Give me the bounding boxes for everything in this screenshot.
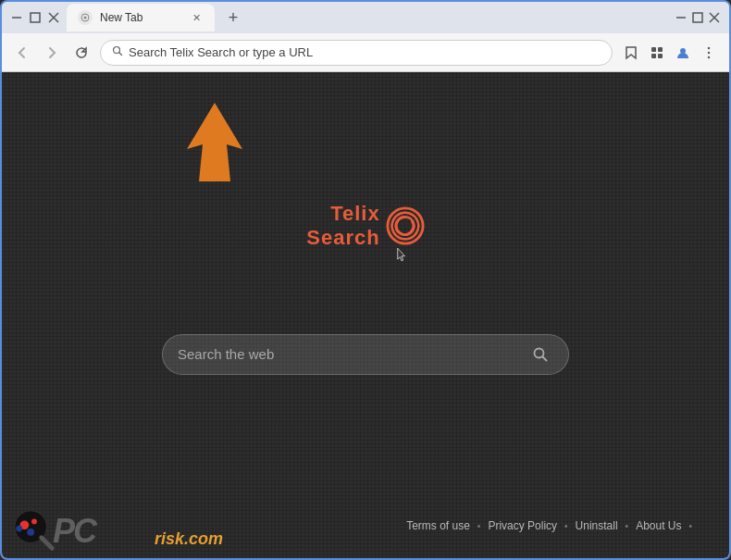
dot-2: • xyxy=(564,521,568,531)
toolbar-icons xyxy=(620,42,720,64)
browser-window: New Tab ✕ + xyxy=(0,0,731,560)
maximize-button[interactable] xyxy=(28,10,43,25)
svg-point-5 xyxy=(84,17,87,19)
svg-rect-13 xyxy=(651,47,656,52)
menu-icon[interactable] xyxy=(698,42,720,64)
logo-container: Telix Search xyxy=(306,202,424,251)
svg-line-11 xyxy=(119,53,122,56)
svg-rect-1 xyxy=(31,13,40,22)
svg-point-29 xyxy=(16,526,22,532)
url-text: Search Telix Search or type a URL xyxy=(129,45,601,59)
pcrisk-text: PC xyxy=(53,512,95,551)
terms-link[interactable]: Terms of use xyxy=(406,519,470,532)
dot-1: • xyxy=(477,521,481,531)
tab-title: New Tab xyxy=(100,11,142,24)
about-link[interactable]: About Us xyxy=(636,519,681,532)
svg-point-19 xyxy=(708,51,710,53)
restore-btn-right[interactable] xyxy=(690,10,705,25)
dot-4: • xyxy=(688,521,692,531)
svg-line-30 xyxy=(42,538,53,549)
svg-marker-21 xyxy=(187,103,242,181)
url-bar[interactable]: Search Telix Search or type a URL xyxy=(100,40,613,66)
svg-line-24 xyxy=(543,356,547,360)
reload-button[interactable] xyxy=(70,42,93,64)
svg-point-28 xyxy=(27,529,34,536)
tab-favicon xyxy=(78,10,93,25)
logo-text: Telix Search xyxy=(306,202,379,251)
footer-links: Terms of use • Privacy Policy • Uninstal… xyxy=(406,519,692,545)
dot-3: • xyxy=(626,521,629,531)
logo-area: Telix Search xyxy=(306,202,424,251)
svg-point-20 xyxy=(708,56,710,57)
pcrisk-icon xyxy=(11,507,57,554)
title-bar: New Tab ✕ + xyxy=(2,2,729,33)
search-placeholder: Search the web xyxy=(178,346,518,362)
pcrisk-logo: PC risk.com xyxy=(2,503,187,558)
page-content: Telix Search Search the web xyxy=(2,72,729,558)
svg-rect-16 xyxy=(658,54,663,58)
window-controls xyxy=(9,10,61,25)
svg-point-27 xyxy=(31,519,37,525)
url-search-icon xyxy=(112,45,123,59)
back-button[interactable] xyxy=(11,42,33,64)
logo-spiral-icon xyxy=(386,206,425,245)
profile-icon[interactable] xyxy=(672,42,694,64)
address-bar: Search Telix Search or type a URL xyxy=(2,33,729,72)
browser-tab[interactable]: New Tab ✕ xyxy=(67,4,215,31)
search-box-wrapper: Search the web xyxy=(162,334,569,375)
orange-arrow xyxy=(173,98,256,191)
bookmark-icon[interactable] xyxy=(620,42,642,64)
new-tab-button[interactable]: + xyxy=(220,5,246,31)
forward-button[interactable] xyxy=(41,42,63,64)
svg-rect-15 xyxy=(651,54,656,58)
svg-marker-12 xyxy=(626,47,636,58)
logo-telix: Telix xyxy=(330,202,380,226)
close-btn-right[interactable] xyxy=(707,10,722,25)
tab-close-button[interactable]: ✕ xyxy=(189,10,204,25)
minimize-btn-right[interactable] xyxy=(674,10,688,25)
privacy-link[interactable]: Privacy Policy xyxy=(488,519,557,532)
bottom-watermark: PC risk.com Terms of use • Privacy Polic… xyxy=(2,503,729,558)
close-button[interactable] xyxy=(46,10,61,25)
minimize-button[interactable] xyxy=(9,10,24,25)
svg-rect-7 xyxy=(693,13,702,22)
uninstall-link[interactable]: Uninstall xyxy=(576,519,618,532)
svg-rect-14 xyxy=(658,47,663,52)
pcrisk-com-text: risk.com xyxy=(155,529,223,549)
search-box[interactable]: Search the web xyxy=(162,334,569,375)
svg-point-18 xyxy=(708,46,710,48)
search-icon[interactable] xyxy=(527,342,553,367)
extensions-icon[interactable] xyxy=(646,42,668,64)
logo-search: Search xyxy=(306,226,379,250)
